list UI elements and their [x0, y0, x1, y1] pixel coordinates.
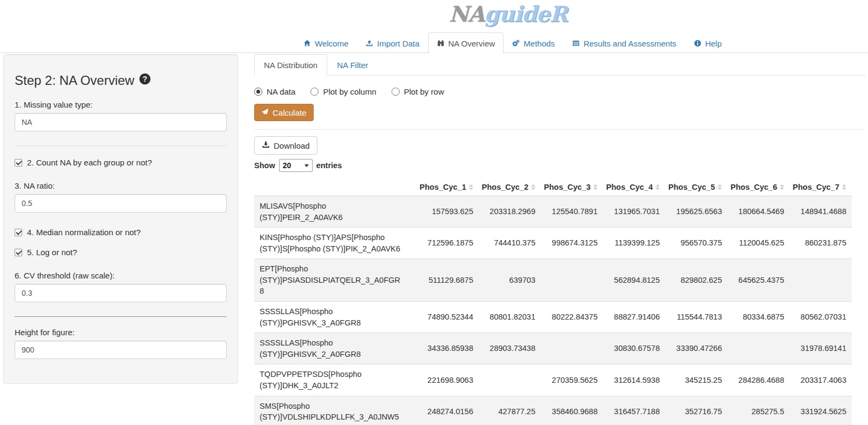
svg-text:?: ? [143, 75, 148, 83]
download-button[interactable]: Download [254, 136, 317, 155]
nav-tab-na-overview[interactable]: NA Overview [428, 32, 504, 54]
subtab-na-filter[interactable]: NA Filter [327, 54, 378, 76]
value-cell: 285275.5 [727, 396, 790, 425]
sort-icon [593, 184, 598, 190]
divider [254, 129, 865, 130]
median-checkbox-row[interactable]: 4. Median normalization or not? [15, 228, 227, 237]
home-icon [303, 39, 311, 47]
nav-tab-import-data[interactable]: Import Data [357, 32, 428, 54]
value-cell: 284286.4688 [727, 364, 790, 396]
radio-circle[interactable] [310, 88, 319, 96]
value-cell: 312614.5938 [603, 364, 665, 396]
column-header-phos-cyc-7[interactable]: Phos_Cyc_7 [790, 178, 852, 196]
missing-value-input[interactable] [15, 113, 227, 131]
page-root: { "logo": { "text_gray": "NA", "text_blu… [0, 0, 868, 425]
radio-na-data[interactable]: NA data [254, 87, 295, 96]
value-cell: 639703 [479, 259, 541, 302]
value-cell: 345215.25 [665, 364, 727, 396]
table-header-row: Phos_Cyc_1Phos_Cyc_2Phos_Cyc_3Phos_Cyc_4… [254, 178, 852, 196]
column-header-phos-cyc-1[interactable]: Phos_Cyc_1 [416, 178, 479, 196]
value-cell [541, 333, 603, 364]
log-checkbox[interactable] [15, 249, 22, 256]
cv-threshold-input[interactable] [15, 284, 227, 302]
value-cell: 427877.25 [479, 396, 541, 425]
figure-height-input[interactable] [15, 341, 227, 359]
chevron-down-icon [304, 164, 309, 167]
app-logo: NAguideR [449, 1, 567, 27]
count-na-checkbox[interactable] [15, 159, 22, 167]
column-header-phos-cyc-4[interactable]: Phos_Cyc_4 [603, 178, 665, 196]
nav-tab-welcome[interactable]: Welcome [295, 32, 357, 54]
radio-label: Plot by column [323, 87, 376, 96]
info-circle-icon [694, 39, 701, 47]
column-header-label: Phos_Cyc_1 [420, 183, 466, 191]
entries-select[interactable]: 20 [279, 159, 313, 172]
value-cell: 248274.0156 [416, 396, 479, 425]
radio-plot-by-row[interactable]: Plot by row [392, 87, 444, 96]
value-cell: 148941.4688 [790, 196, 852, 228]
nav-tab-label: Results and Assessments [584, 39, 677, 48]
column-header-phos-cyc-3[interactable]: Phos_Cyc_3 [541, 178, 603, 196]
value-cell: 88827.91406 [603, 302, 665, 333]
value-cell [727, 333, 790, 364]
value-cell: 195625.6563 [665, 196, 727, 228]
entries-select-value: 20 [283, 161, 291, 170]
count-na-label: 2. Count NA by each group or not? [27, 158, 152, 167]
column-header-phos-cyc-2[interactable]: Phos_Cyc_2 [479, 178, 541, 196]
radio-circle[interactable] [254, 88, 262, 96]
plot-mode-radio-group: NA dataPlot by columnPlot by row [254, 87, 865, 96]
sidebar-panel: Step 2: NA Overview ? 1. Missing value t… [3, 54, 238, 384]
calculate-label: Calculate [273, 108, 307, 117]
radio-circle[interactable] [392, 88, 400, 96]
download-icon [262, 141, 270, 150]
value-cell: 80562.07031 [790, 302, 852, 333]
value-cell: 31978.69141 [790, 333, 852, 364]
cv-threshold-label: 6. CV threshold (raw scale): [15, 271, 227, 280]
radio-plot-by-column[interactable]: Plot by column [310, 87, 376, 96]
show-label: Show [254, 161, 275, 170]
nav-tab-results-and-assessments[interactable]: Results and Assessments [564, 32, 685, 54]
column-header-label: Phos_Cyc_3 [544, 183, 591, 191]
subtab-na-distribution[interactable]: NA Distribution [254, 54, 327, 76]
log-checkbox-row[interactable]: 5. Log or not? [15, 248, 227, 257]
value-cell: 352716.75 [665, 396, 727, 425]
row-name-cell: MLISAVS[Phospho (STY)]PEIR_2_A0AVK6 [254, 196, 416, 228]
value-cell: 1120045.625 [727, 228, 790, 259]
value-cell: 115544.7813 [665, 302, 727, 333]
value-cell: 203318.2969 [479, 196, 541, 228]
table-row: SSSSLLAS[Phospho (STY)]PGHISVK_2_A0FGR83… [254, 333, 852, 364]
value-cell: 30830.67578 [603, 333, 665, 364]
app-logo-na: NA [449, 1, 485, 26]
value-cell: 131965.7031 [603, 196, 665, 228]
nav-tab-methods[interactable]: Methods [503, 32, 564, 54]
table-row: KINS[Phospho (STY)]APS[Phospho (STY)]S[P… [254, 228, 852, 259]
value-cell: 221698.9063 [416, 364, 479, 396]
value-cell: 562894.8125 [603, 259, 665, 302]
value-cell: 34336.85938 [416, 333, 479, 364]
median-label: 4. Median normalization or not? [27, 228, 141, 237]
value-cell: 998674.3125 [541, 228, 603, 259]
table-row: SMS[Phospho (STY)]VDLSHIPLKDPLLFK_3_A0JN… [254, 396, 852, 425]
row-name-cell: KINS[Phospho (STY)]APS[Phospho (STY)]S[P… [254, 228, 416, 259]
calculate-button[interactable]: Calculate [254, 104, 314, 121]
question-circle-icon: ? [139, 73, 151, 88]
log-label: 5. Log or not? [27, 248, 77, 257]
column-header-label: Phos_Cyc_4 [606, 183, 653, 191]
sort-icon [780, 184, 784, 190]
value-cell: 33390.47266 [665, 333, 727, 364]
radio-label: NA data [267, 87, 295, 96]
nav-tab-help[interactable]: Help [685, 32, 731, 54]
count-na-checkbox-row[interactable]: 2. Count NA by each group or not? [15, 158, 227, 167]
value-cell: 511129.6875 [416, 259, 479, 302]
column-header-phos-cyc-5[interactable]: Phos_Cyc_5 [665, 178, 727, 196]
median-checkbox[interactable] [15, 229, 22, 236]
na-ratio-input[interactable] [15, 194, 227, 212]
row-name-cell: SSSSLLAS[Phospho (STY)]PGHISVK_2_A0FGR8 [254, 333, 416, 364]
divider [15, 316, 227, 317]
nav-tab-label: Welcome [315, 39, 348, 48]
value-cell: 712596.1875 [416, 228, 479, 259]
nav-tab-label: Methods [524, 39, 555, 48]
step-title-text: Step 2: NA Overview [15, 73, 134, 88]
value-cell: 829802.625 [665, 259, 727, 302]
column-header-phos-cyc-6[interactable]: Phos_Cyc_6 [727, 178, 790, 196]
